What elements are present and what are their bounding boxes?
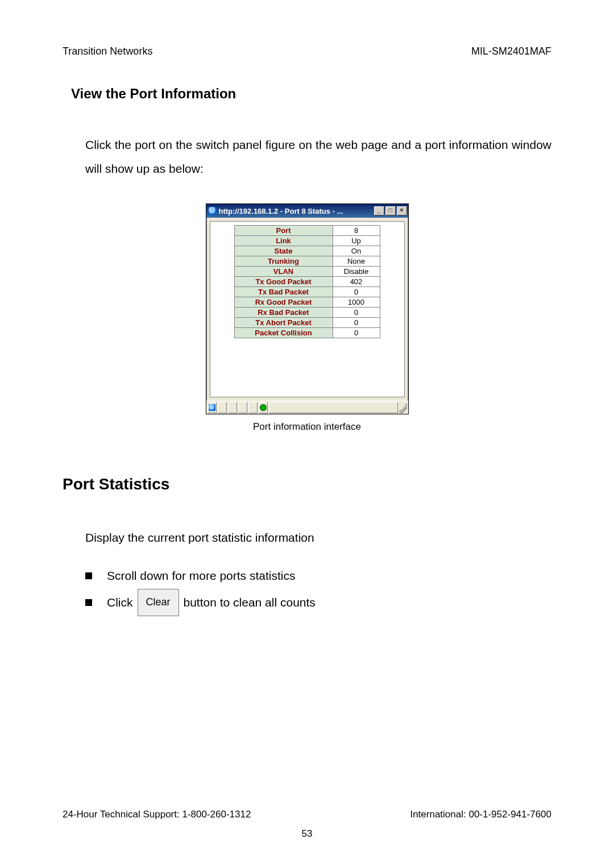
row-label: Rx Bad Packet	[234, 308, 333, 318]
table-row: Rx Bad Packet0	[234, 308, 380, 318]
bullet-1-text: Scroll down for more ports statistics	[107, 563, 295, 589]
document-page: Transition Networks MIL-SM2401MAF View t…	[0, 0, 614, 868]
section2-intro: Display the current port statistic infor…	[85, 525, 551, 551]
footer-page-number: 53	[63, 828, 551, 840]
status-cell-1	[218, 402, 227, 413]
clear-button[interactable]: Clear	[138, 589, 179, 616]
row-value: On	[333, 246, 380, 256]
maximize-button[interactable]: □	[385, 206, 396, 215]
page-footer: 24-Hour Technical Support: 1-800-260-131…	[63, 809, 551, 840]
bullet-item-1: Scroll down for more ports statistics	[85, 563, 551, 589]
row-label: VLAN	[234, 267, 333, 277]
table-row: Packet Collision0	[234, 328, 380, 338]
section-heading-port-statistics: Port Statistics	[63, 475, 551, 493]
bullet-list: Scroll down for more ports statistics Cl…	[85, 563, 551, 616]
window-title: http://192.168.1.2 - Port 8 Status - ...	[219, 207, 343, 215]
footer-left: 24-Hour Technical Support: 1-800-260-131…	[63, 809, 251, 820]
table-row: Tx Good Packet402	[234, 277, 380, 287]
table-row: Tx Bad Packet0	[234, 287, 380, 297]
status-cell-3	[238, 402, 247, 413]
window-body: Port8LinkUpStateOnTrunkingNoneVLANDisabl…	[210, 221, 405, 397]
header-left: Transition Networks	[63, 45, 152, 57]
port-info-tbody: Port8LinkUpStateOnTrunkingNoneVLANDisabl…	[234, 226, 380, 338]
status-cell-4	[248, 402, 258, 413]
resize-grip[interactable]	[399, 402, 407, 413]
bullet-2-pre: Click	[107, 589, 133, 616]
row-label: State	[234, 246, 333, 256]
table-row: StateOn	[234, 246, 380, 256]
close-button[interactable]: ×	[397, 206, 407, 215]
window-statusbar	[206, 401, 408, 414]
row-value: 0	[333, 328, 380, 338]
figure-caption: Port information interface	[63, 421, 551, 433]
row-label: Trunking	[234, 256, 333, 267]
row-label: Tx Good Packet	[234, 277, 333, 287]
row-value: None	[333, 256, 380, 267]
table-row: Tx Abort Packet0	[234, 318, 380, 328]
row-label: Tx Abort Packet	[234, 318, 333, 328]
port-status-window: http://192.168.1.2 - Port 8 Status - ...…	[206, 203, 409, 414]
port-info-table: Port8LinkUpStateOnTrunkingNoneVLANDisabl…	[234, 225, 380, 338]
table-row: TrunkingNone	[234, 256, 380, 267]
row-label: Link	[234, 236, 333, 246]
row-value: Up	[333, 236, 380, 246]
row-value: 1000	[333, 297, 380, 308]
status-cell-2	[228, 402, 237, 413]
minimize-button[interactable]: _	[374, 206, 384, 215]
section1-paragraph: Click the port on the switch panel figur…	[85, 133, 551, 181]
table-row: LinkUp	[234, 236, 380, 246]
ie-small-icon	[209, 404, 215, 411]
bullet-2-post: button to clean all counts	[184, 589, 316, 616]
footer-right: International: 00-1-952-941-7600	[410, 809, 551, 820]
table-row: Port8	[234, 226, 380, 236]
row-label: Packet Collision	[234, 328, 333, 338]
screenshot-wrapper: http://192.168.1.2 - Port 8 Status - ...…	[63, 203, 551, 414]
row-value: 402	[333, 277, 380, 287]
footer-row: 24-Hour Technical Support: 1-800-260-131…	[63, 809, 551, 820]
table-row: VLANDisable	[234, 267, 380, 277]
internet-zone-icon	[260, 404, 267, 411]
header-right: MIL-SM2401MAF	[471, 45, 551, 57]
status-cell-wide	[269, 402, 398, 413]
row-value: Disable	[333, 267, 380, 277]
page-header: Transition Networks MIL-SM2401MAF	[63, 45, 551, 57]
row-value: 0	[333, 308, 380, 318]
table-row: Rx Good Packet1000	[234, 297, 380, 308]
bullet-item-2: Click Clear button to clean all counts	[85, 589, 551, 616]
row-label: Tx Bad Packet	[234, 287, 333, 297]
row-label: Port	[234, 226, 333, 236]
row-value: 8	[333, 226, 380, 236]
row-value: 0	[333, 287, 380, 297]
status-cell-ie	[208, 402, 217, 413]
status-cell-net	[259, 402, 268, 413]
row-label: Rx Good Packet	[234, 297, 333, 308]
row-value: 0	[333, 318, 380, 328]
ie-icon	[209, 207, 217, 215]
section-heading-view-port-info: View the Port Information	[71, 86, 551, 102]
window-titlebar[interactable]: http://192.168.1.2 - Port 8 Status - ...…	[206, 204, 408, 218]
